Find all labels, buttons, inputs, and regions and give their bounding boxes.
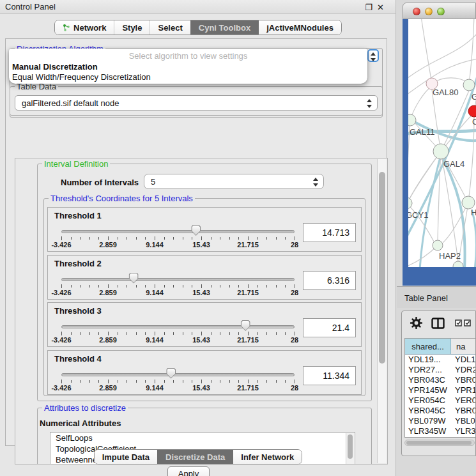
table-row[interactable]: YBR043CYBR0 xyxy=(405,375,476,385)
algorithm-option-manual[interactable]: Manual Discretization xyxy=(12,62,98,72)
unselect-all-checkbox-icon[interactable] xyxy=(464,319,471,326)
columns-layout-icon[interactable] xyxy=(431,318,445,329)
algorithm-combo-spinner[interactable] xyxy=(367,49,379,62)
node-label: H xyxy=(471,208,476,217)
interval-definition-label: Interval Definition xyxy=(42,159,110,169)
network-node-gcy1[interactable] xyxy=(408,197,412,209)
network-node-hap2[interactable] xyxy=(433,240,443,250)
spinner-arrows-icon xyxy=(371,52,376,62)
table-row[interactable]: YIL052CYIL0 xyxy=(405,436,476,438)
cell-shared-name: YBR045C xyxy=(405,406,451,416)
threshold-slider-thumb[interactable] xyxy=(191,225,201,236)
threshold-label: Threshold 3 xyxy=(54,306,102,316)
threshold-slider-track[interactable] xyxy=(61,325,295,328)
threshold-panel-4: Threshold 4-3.4262.8599.14415.4321.71528… xyxy=(47,350,362,395)
tab-cyni-toolbox[interactable]: Cyni Toolbox xyxy=(190,20,258,35)
slider-tick-labels: -3.4262.8599.14415.4321.71528 xyxy=(61,384,295,392)
bottom-tabstrip: Impute DataDiscretize DataInfer Network xyxy=(0,449,396,464)
slider-ticks xyxy=(61,284,295,288)
cell-shared-name: YLR345W xyxy=(405,426,451,436)
tab-impute-data[interactable]: Impute Data xyxy=(95,450,157,464)
algorithm-placeholder-option[interactable]: Select algorithm to view settings xyxy=(9,51,367,61)
threshold-slider-track[interactable] xyxy=(61,230,295,233)
slider-tick-labels: -3.4262.8599.14415.4321.71528 xyxy=(61,289,295,296)
apply-button[interactable]: Apply xyxy=(167,466,210,476)
network-window-titlebar[interactable] xyxy=(403,3,476,19)
network-view-window: GAL80GACGAL11GAL4GCY1HHAP2 xyxy=(403,3,476,286)
cell-shared-name: YPR145W xyxy=(405,385,451,395)
network-node-gal4[interactable] xyxy=(433,144,449,159)
panel-vertical-scrollbar[interactable] xyxy=(377,159,387,463)
cell-name: YBL0 xyxy=(451,416,476,426)
column-header-shared-name[interactable]: shared... xyxy=(405,339,451,354)
network-node-h[interactable] xyxy=(462,196,475,209)
mac-minimize-icon[interactable] xyxy=(425,8,433,15)
tab-label: Discretize Data xyxy=(165,452,225,462)
right-region: GAL80GACGAL11GAL4GCY1HHAP2 Table Panel xyxy=(397,0,476,476)
threshold-value-input[interactable]: 11.344 xyxy=(303,366,356,385)
screen: Control Panel ❐ ✕ NetworkStyleSelectCyni… xyxy=(0,0,476,476)
cell-name: YLR3 xyxy=(451,426,476,436)
mac-zoom-icon[interactable] xyxy=(437,8,445,15)
table-row[interactable]: YER054CYER0 xyxy=(405,395,476,406)
table-row[interactable]: YDL19...YDL1 xyxy=(405,355,476,365)
tab-select[interactable]: Select xyxy=(150,20,190,35)
threshold-slider-thumb[interactable] xyxy=(166,368,176,379)
threshold-value-input[interactable]: 14.713 xyxy=(303,223,356,242)
slider-tick-labels: -3.4262.8599.14415.4321.71528 xyxy=(61,241,295,249)
tab-network[interactable]: Network xyxy=(55,20,114,35)
tab-style[interactable]: Style xyxy=(114,20,150,35)
cell-shared-name: YDR27... xyxy=(405,365,451,375)
spinner-arrows-icon xyxy=(313,177,319,187)
network-node-c[interactable] xyxy=(468,105,476,117)
network-icon xyxy=(63,24,70,32)
settings-scroll-panel: Interval Definition Number of Intervals … xyxy=(15,158,388,464)
threshold-slider-track[interactable] xyxy=(61,278,295,281)
tab-label: Style xyxy=(122,23,142,33)
gear-icon[interactable] xyxy=(410,317,422,329)
column-header-name[interactable]: na xyxy=(451,339,476,354)
table-row[interactable]: YLR345WYLR3 xyxy=(405,426,476,436)
table-row[interactable]: YBL079WYBL0 xyxy=(405,416,476,426)
tab-label: Network xyxy=(73,23,106,33)
select-all-checkbox-icon[interactable] xyxy=(455,319,462,326)
network-node-gal11[interactable] xyxy=(408,114,416,126)
attribute-list-item[interactable]: SelfLoops xyxy=(50,433,355,443)
table-data-combobox[interactable]: galFiltered.sif default node xyxy=(15,95,378,111)
cell-shared-name: YBR043C xyxy=(405,375,451,385)
node-label: GAL80 xyxy=(433,88,458,97)
table-horizontal-scrollbar[interactable] xyxy=(404,440,475,446)
node-table: shared... na YDL19...YDL1YDR27...YDR2YBR… xyxy=(404,338,476,438)
threshold-value-input[interactable]: 21.4 xyxy=(303,318,356,337)
node-label: GAL11 xyxy=(410,127,435,137)
network-node[interactable] xyxy=(453,261,463,267)
tab-discretize-data[interactable]: Discretize Data xyxy=(157,450,233,464)
tab-infer-network[interactable]: Infer Network xyxy=(233,450,302,464)
network-canvas[interactable]: GAL80GACGAL11GAL4GCY1HHAP2 xyxy=(408,19,476,267)
control-panel-window: Control Panel ❐ ✕ NetworkStyleSelectCyni… xyxy=(0,0,396,476)
table-row[interactable]: YDR27...YDR2 xyxy=(405,365,476,375)
threshold-slider-track[interactable] xyxy=(61,373,295,376)
top-tabstrip: NetworkStyleSelectCyni ToolboxjActiveMNo… xyxy=(0,20,396,35)
algorithm-option-equal-width[interactable]: Equal Width/Frequency Discretization xyxy=(12,72,151,82)
network-node-ga[interactable] xyxy=(463,79,475,91)
threshold-label: Threshold 4 xyxy=(54,354,102,364)
threshold-slider-thumb[interactable] xyxy=(129,273,139,284)
node-label: GA xyxy=(472,92,476,102)
threshold-label: Threshold 2 xyxy=(54,259,102,268)
cell-name: YPR1 xyxy=(451,385,476,395)
close-icon[interactable]: ✕ xyxy=(377,3,384,12)
number-of-intervals-spinner[interactable]: 5 xyxy=(144,174,324,189)
table-row[interactable]: YBR045CYBR0 xyxy=(405,406,476,416)
mac-close-icon[interactable] xyxy=(413,8,420,15)
control-panel-titlebar: Control Panel ❐ ✕ xyxy=(0,0,395,14)
threshold-value-input[interactable]: 6.316 xyxy=(303,271,356,290)
table-row[interactable]: YPR145WYPR1 xyxy=(405,385,476,395)
tab-jactivemnodules[interactable]: jActiveMNodules xyxy=(258,20,341,35)
threshold-slider-thumb[interactable] xyxy=(241,320,250,331)
tab-label: jActiveMNodules xyxy=(266,23,334,33)
cell-shared-name: YER054C xyxy=(405,395,451,406)
node-label: HAP2 xyxy=(439,251,461,261)
network-window-frame: GAL80GACGAL11GAL4GCY1HHAP2 xyxy=(403,19,476,286)
float-window-icon[interactable]: ❐ xyxy=(365,3,372,12)
